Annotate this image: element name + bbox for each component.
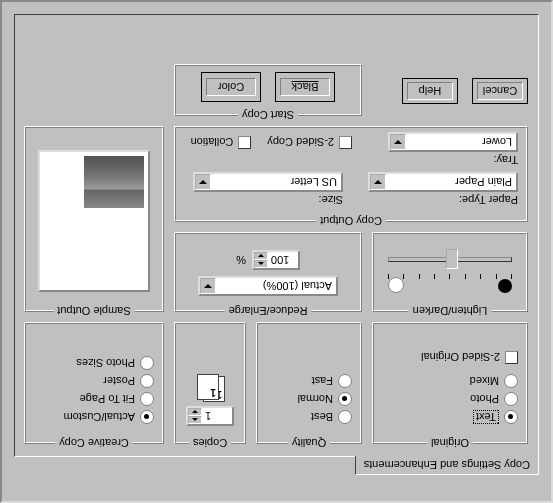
darken-icon: [498, 279, 512, 293]
group-start-copy: Start Copy Black Color: [174, 64, 362, 116]
radio-label: Photo: [470, 393, 499, 405]
check-label: 2-Sided Original: [421, 352, 500, 364]
button-row: Cancel Help: [402, 78, 528, 104]
group-quality: Quality Best Normal Fast: [256, 322, 362, 444]
radio-text[interactable]: Text: [382, 410, 518, 424]
preset-combo[interactable]: Actual (100%): [198, 276, 338, 296]
button-label: Cancel: [477, 82, 523, 100]
group-title-co: Copy Output: [316, 215, 386, 227]
copies-icon: 1 1: [195, 376, 225, 402]
cancel-button[interactable]: Cancel: [472, 78, 528, 104]
group-lighten-darken: Lighten/Darken: [372, 232, 528, 312]
radio-icon: [504, 410, 518, 424]
check-collation[interactable]: Collation: [191, 136, 252, 149]
percent-spinner[interactable]: 100: [252, 250, 300, 270]
radio-icon: [338, 410, 352, 424]
radio-label: Poster: [103, 375, 135, 387]
tab-copy-settings[interactable]: Copy Settings and Enhancements: [355, 456, 539, 475]
radio-icon: [140, 410, 154, 424]
radio-icon: [140, 392, 154, 406]
radio-actual-custom[interactable]: Actual/Custom: [34, 410, 154, 424]
size-label: Size:: [184, 194, 343, 206]
checkbox-icon: [339, 136, 352, 149]
radio-icon: [338, 392, 352, 406]
group-original: Original Text Photo Mixed 2-Sided Origin…: [372, 322, 528, 444]
radio-mixed[interactable]: Mixed: [382, 374, 518, 388]
group-copy-output: Copy Output Paper Type: Plain Paper Size…: [174, 126, 528, 222]
spin-up[interactable]: [254, 260, 268, 268]
radio-icon: [504, 392, 518, 406]
slider-thumb[interactable]: [446, 249, 458, 269]
radio-icon: [338, 374, 352, 388]
check-two-sided-copy[interactable]: 2-Sided Copy: [267, 136, 352, 149]
group-title-creative: Creative Copy: [55, 437, 133, 449]
dropdown-icon: [370, 174, 386, 190]
lighten-icon: [388, 277, 404, 293]
group-title-original: Original: [427, 437, 473, 449]
radio-best[interactable]: Best: [266, 410, 352, 424]
button-label: Help: [407, 82, 453, 100]
radio-fit-to-page[interactable]: Fit To Page: [34, 392, 154, 406]
tray-value: Lower: [406, 136, 516, 148]
tab-panel: Original Text Photo Mixed 2-Sided Origin…: [14, 14, 539, 457]
radio-photo[interactable]: Photo: [382, 392, 518, 406]
radio-label: Fast: [312, 375, 333, 387]
radio-label: Photo Sizes: [76, 357, 135, 369]
tray-combo[interactable]: Lower: [388, 132, 518, 152]
preset-value: Actual (100%): [216, 280, 336, 292]
radio-label: Normal: [298, 393, 333, 405]
radio-icon: [504, 374, 518, 388]
tray-label: Tray:: [368, 154, 518, 166]
radio-icon: [140, 374, 154, 388]
size-combo[interactable]: US Letter: [193, 172, 343, 192]
button-label: Black: [280, 78, 330, 96]
radio-label: Text: [473, 410, 499, 424]
dropdown-icon: [390, 134, 406, 150]
dropdown-icon: [200, 278, 216, 294]
spin-up[interactable]: [188, 416, 202, 424]
checkbox-icon: [238, 136, 251, 149]
paper-type-label: Paper Type:: [359, 194, 518, 206]
paper-type-combo[interactable]: Plain Paper: [368, 172, 518, 192]
radio-icon: [140, 356, 154, 370]
group-title-copies: Copies: [189, 437, 231, 449]
paper-type-value: Plain Paper: [386, 176, 516, 188]
black-button[interactable]: Black: [275, 72, 335, 102]
radio-label: Mixed: [470, 375, 499, 387]
dialog-window: Copy Settings and Enhancements Original …: [0, 0, 553, 503]
radio-normal[interactable]: Normal: [266, 392, 352, 406]
check-two-sided-original[interactable]: 2-Sided Original: [382, 351, 518, 364]
radio-fast[interactable]: Fast: [266, 374, 352, 388]
check-label: 2-Sided Copy: [267, 137, 334, 149]
sample-preview: [38, 150, 150, 292]
radio-label: Best: [311, 411, 333, 423]
ld-slider[interactable]: [388, 249, 512, 273]
percent-value: 100: [268, 252, 298, 268]
check-label: Collation: [191, 137, 234, 149]
checkbox-icon: [505, 351, 518, 364]
group-title-sample: Sample Output: [53, 305, 134, 317]
radio-label: Fit To Page: [80, 393, 135, 405]
group-sample-output: Sample Output: [24, 126, 164, 312]
dropdown-icon: [195, 174, 211, 190]
copies-spinner[interactable]: 1: [186, 406, 234, 426]
percent-suffix: %: [236, 254, 246, 266]
spin-down[interactable]: [254, 252, 268, 260]
group-copies: Copies 1 1 1: [174, 322, 246, 444]
tab-label: Copy Settings and Enhancements: [364, 459, 530, 471]
copies-value: 1: [202, 408, 232, 424]
group-title-ld: Lighten/Darken: [409, 305, 492, 317]
spin-down[interactable]: [188, 408, 202, 416]
help-button[interactable]: Help: [402, 78, 458, 104]
group-title-quality: Quality: [288, 437, 330, 449]
group-title-re: Reduce/Enlarge: [225, 305, 312, 317]
group-creative-copy: Creative Copy Actual/Custom Fit To Page …: [24, 322, 164, 444]
group-reduce-enlarge: Reduce/Enlarge Actual (100%) 100 %: [174, 232, 362, 312]
color-button[interactable]: Color: [201, 72, 261, 102]
radio-label: Actual/Custom: [63, 411, 135, 423]
radio-photo-sizes[interactable]: Photo Sizes: [34, 356, 154, 370]
radio-poster[interactable]: Poster: [34, 374, 154, 388]
sample-image: [84, 156, 144, 208]
button-label: Color: [206, 78, 256, 96]
size-value: US Letter: [211, 176, 341, 188]
